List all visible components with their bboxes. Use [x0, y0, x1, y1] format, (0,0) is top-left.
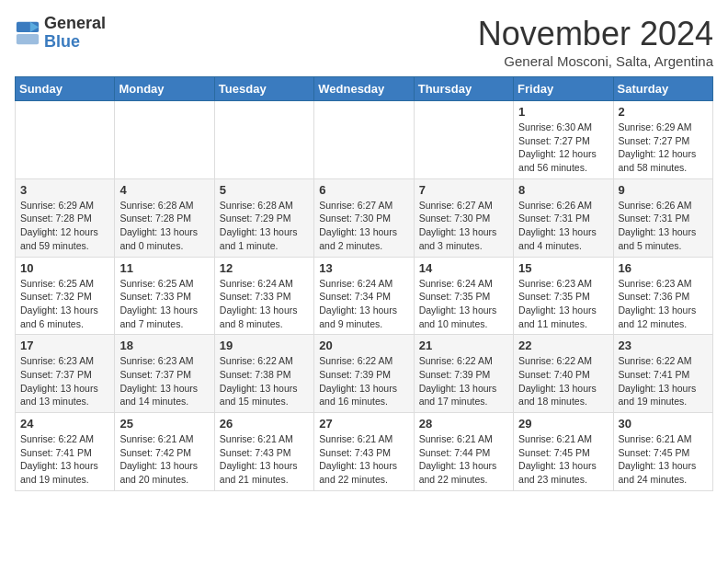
calendar-cell: 25Sunrise: 6:21 AM Sunset: 7:42 PM Dayli… — [115, 413, 214, 491]
calendar-cell: 7Sunrise: 6:27 AM Sunset: 7:30 PM Daylig… — [414, 178, 513, 257]
weekday-header-monday: Monday — [115, 77, 214, 101]
calendar-cell: 28Sunrise: 6:21 AM Sunset: 7:44 PM Dayli… — [414, 413, 513, 491]
calendar-cell — [115, 101, 214, 179]
day-number: 2 — [619, 105, 708, 119]
calendar-cell — [16, 101, 115, 179]
weekday-header-row: SundayMondayTuesdayWednesdayThursdayFrid… — [16, 77, 713, 101]
day-number: 12 — [220, 261, 309, 275]
logo-general-text: General — [44, 14, 106, 32]
calendar-cell — [414, 101, 513, 179]
day-number: 4 — [119, 183, 209, 197]
calendar-cell: 1Sunrise: 6:30 AM Sunset: 7:27 PM Daylig… — [514, 101, 613, 179]
day-number: 25 — [119, 417, 209, 431]
day-info: Sunrise: 6:23 AM Sunset: 7:35 PM Dayligh… — [518, 277, 608, 331]
page-header: General Blue November 2024 General Mosco… — [15, 15, 713, 69]
calendar-week-row: 1Sunrise: 6:30 AM Sunset: 7:27 PM Daylig… — [16, 101, 713, 179]
day-info: Sunrise: 6:23 AM Sunset: 7:37 PM Dayligh… — [119, 354, 209, 408]
calendar-cell: 21Sunrise: 6:22 AM Sunset: 7:39 PM Dayli… — [414, 335, 513, 413]
calendar-cell: 9Sunrise: 6:26 AM Sunset: 7:31 PM Daylig… — [613, 178, 712, 257]
day-number: 14 — [419, 261, 508, 275]
day-info: Sunrise: 6:21 AM Sunset: 7:44 PM Dayligh… — [419, 432, 508, 487]
weekday-header-saturday: Saturday — [613, 77, 712, 101]
day-info: Sunrise: 6:27 AM Sunset: 7:30 PM Dayligh… — [419, 199, 508, 253]
logo-blue-text: Blue — [44, 32, 80, 51]
calendar-cell: 6Sunrise: 6:27 AM Sunset: 7:30 PM Daylig… — [314, 178, 414, 257]
day-number: 28 — [419, 417, 508, 431]
day-info: Sunrise: 6:21 AM Sunset: 7:43 PM Dayligh… — [319, 432, 408, 487]
calendar-cell: 24Sunrise: 6:22 AM Sunset: 7:41 PM Dayli… — [16, 413, 115, 491]
calendar-cell: 8Sunrise: 6:26 AM Sunset: 7:31 PM Daylig… — [514, 178, 613, 257]
calendar-week-row: 17Sunrise: 6:23 AM Sunset: 7:37 PM Dayli… — [16, 335, 713, 413]
calendar-cell: 11Sunrise: 6:25 AM Sunset: 7:33 PM Dayli… — [115, 257, 214, 335]
day-number: 18 — [119, 339, 209, 352]
day-info: Sunrise: 6:28 AM Sunset: 7:28 PM Dayligh… — [119, 199, 209, 253]
day-number: 7 — [419, 183, 508, 197]
day-number: 19 — [220, 339, 309, 352]
weekday-header-friday: Friday — [514, 77, 613, 101]
day-number: 10 — [20, 261, 109, 275]
day-number: 15 — [518, 261, 608, 275]
calendar-cell: 16Sunrise: 6:23 AM Sunset: 7:36 PM Dayli… — [613, 257, 712, 335]
day-info: Sunrise: 6:21 AM Sunset: 7:43 PM Dayligh… — [220, 432, 309, 487]
day-info: Sunrise: 6:23 AM Sunset: 7:37 PM Dayligh… — [20, 354, 109, 408]
day-number: 26 — [220, 417, 309, 431]
day-info: Sunrise: 6:24 AM Sunset: 7:34 PM Dayligh… — [319, 277, 408, 331]
calendar-cell: 22Sunrise: 6:22 AM Sunset: 7:40 PM Dayli… — [514, 335, 613, 413]
day-info: Sunrise: 6:28 AM Sunset: 7:29 PM Dayligh… — [220, 199, 309, 253]
day-number: 13 — [319, 261, 408, 275]
day-info: Sunrise: 6:24 AM Sunset: 7:35 PM Dayligh… — [419, 277, 508, 331]
day-info: Sunrise: 6:22 AM Sunset: 7:39 PM Dayligh… — [319, 354, 408, 408]
calendar-cell: 14Sunrise: 6:24 AM Sunset: 7:35 PM Dayli… — [414, 257, 513, 335]
day-number: 8 — [518, 183, 608, 197]
day-number: 1 — [518, 105, 608, 119]
calendar-cell: 4Sunrise: 6:28 AM Sunset: 7:28 PM Daylig… — [115, 178, 214, 257]
day-info: Sunrise: 6:23 AM Sunset: 7:36 PM Dayligh… — [619, 277, 708, 331]
day-number: 3 — [20, 183, 109, 197]
logo-icon — [15, 20, 40, 46]
day-info: Sunrise: 6:22 AM Sunset: 7:41 PM Dayligh… — [619, 354, 708, 408]
weekday-header-wednesday: Wednesday — [314, 77, 414, 101]
day-number: 22 — [518, 339, 608, 352]
day-number: 6 — [319, 183, 408, 197]
day-number: 27 — [319, 417, 408, 431]
day-info: Sunrise: 6:21 AM Sunset: 7:45 PM Dayligh… — [518, 432, 608, 487]
calendar-cell: 26Sunrise: 6:21 AM Sunset: 7:43 PM Dayli… — [214, 413, 313, 491]
day-info: Sunrise: 6:25 AM Sunset: 7:33 PM Dayligh… — [119, 277, 209, 331]
day-info: Sunrise: 6:22 AM Sunset: 7:38 PM Dayligh… — [220, 354, 309, 408]
calendar-cell: 10Sunrise: 6:25 AM Sunset: 7:32 PM Dayli… — [16, 257, 115, 335]
weekday-header-sunday: Sunday — [16, 77, 115, 101]
weekday-header-tuesday: Tuesday — [214, 77, 313, 101]
day-number: 24 — [20, 417, 109, 431]
day-info: Sunrise: 6:21 AM Sunset: 7:42 PM Dayligh… — [119, 432, 209, 487]
day-number: 5 — [220, 183, 309, 197]
day-number: 30 — [619, 417, 708, 431]
day-info: Sunrise: 6:29 AM Sunset: 7:28 PM Dayligh… — [20, 199, 109, 253]
day-info: Sunrise: 6:22 AM Sunset: 7:41 PM Dayligh… — [20, 432, 109, 487]
calendar-cell: 23Sunrise: 6:22 AM Sunset: 7:41 PM Dayli… — [613, 335, 712, 413]
day-number: 17 — [20, 339, 109, 352]
location-subtitle: General Mosconi, Salta, Argentina — [478, 53, 713, 69]
day-number: 9 — [619, 183, 708, 197]
day-info: Sunrise: 6:26 AM Sunset: 7:31 PM Dayligh… — [619, 199, 708, 253]
logo: General Blue — [15, 15, 106, 52]
day-number: 11 — [119, 261, 209, 275]
title-block: November 2024 General Mosconi, Salta, Ar… — [478, 15, 713, 69]
calendar-week-row: 10Sunrise: 6:25 AM Sunset: 7:32 PM Dayli… — [16, 257, 713, 335]
calendar-cell: 3Sunrise: 6:29 AM Sunset: 7:28 PM Daylig… — [16, 178, 115, 257]
day-number: 20 — [319, 339, 408, 352]
calendar-cell — [214, 101, 313, 179]
day-number: 21 — [419, 339, 508, 352]
calendar-cell: 12Sunrise: 6:24 AM Sunset: 7:33 PM Dayli… — [214, 257, 313, 335]
calendar-cell: 13Sunrise: 6:24 AM Sunset: 7:34 PM Dayli… — [314, 257, 414, 335]
day-info: Sunrise: 6:27 AM Sunset: 7:30 PM Dayligh… — [319, 199, 408, 253]
calendar-cell: 2Sunrise: 6:29 AM Sunset: 7:27 PM Daylig… — [613, 101, 712, 179]
day-info: Sunrise: 6:24 AM Sunset: 7:33 PM Dayligh… — [220, 277, 309, 331]
calendar-cell: 17Sunrise: 6:23 AM Sunset: 7:37 PM Dayli… — [16, 335, 115, 413]
calendar-week-row: 3Sunrise: 6:29 AM Sunset: 7:28 PM Daylig… — [16, 178, 713, 257]
day-info: Sunrise: 6:30 AM Sunset: 7:27 PM Dayligh… — [518, 121, 608, 175]
svg-rect-1 — [17, 34, 39, 44]
calendar-cell: 15Sunrise: 6:23 AM Sunset: 7:35 PM Dayli… — [514, 257, 613, 335]
calendar-cell: 27Sunrise: 6:21 AM Sunset: 7:43 PM Dayli… — [314, 413, 414, 491]
calendar-cell: 30Sunrise: 6:21 AM Sunset: 7:45 PM Dayli… — [613, 413, 712, 491]
day-info: Sunrise: 6:26 AM Sunset: 7:31 PM Dayligh… — [518, 199, 608, 253]
